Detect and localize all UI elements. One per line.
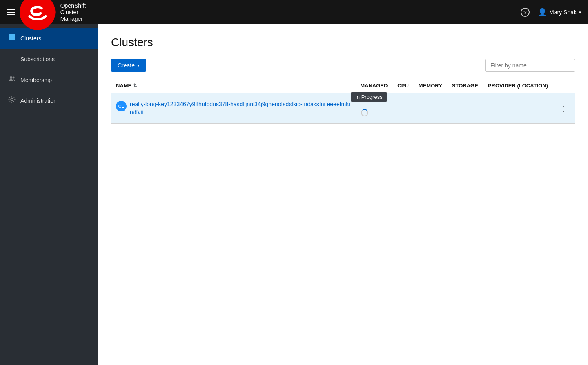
app-body: Clusters Subscriptions Memb [0, 24, 588, 365]
create-caret-icon: ▾ [137, 63, 140, 68]
col-header-name: NAME ⇅ [111, 78, 355, 93]
hamburger-menu[interactable] [7, 9, 15, 15]
cluster-name-link[interactable]: really-long-key1233467y98hufbdns378-hasd… [130, 100, 350, 116]
svg-rect-3 [9, 38, 15, 40]
svg-point-7 [10, 76, 12, 79]
user-name-label: Mary Shak [549, 9, 577, 16]
create-button-label: Create [118, 62, 135, 69]
sidebar-item-clusters[interactable]: Clusters [0, 28, 98, 49]
topnav-right: ? 👤 Mary Shak ▾ [521, 8, 581, 17]
table-row: CL really-long-key1233467y98hufbdns378-h… [111, 93, 575, 124]
main-content: Clusters Create ▾ NAME ⇅ MANAGED [98, 24, 588, 365]
cell-status: In Progress [355, 93, 392, 124]
question-mark-icon: ? [523, 9, 527, 16]
cell-storage: -- [483, 93, 553, 124]
table-body: CL really-long-key1233467y98hufbdns378-h… [111, 93, 575, 124]
topnav: OpenShift Cluster Manager ? 👤 Mary Shak … [0, 0, 588, 24]
redhat-logo-icon [20, 0, 56, 30]
cell-cpu: -- [414, 93, 447, 124]
col-header-storage: STORAGE [447, 78, 483, 93]
cell-actions: ⋮ [553, 93, 575, 124]
cell-memory: -- [447, 93, 483, 124]
create-button[interactable]: Create ▾ [111, 59, 146, 72]
in-progress-tooltip: In Progress [351, 92, 386, 102]
svg-rect-4 [9, 56, 15, 56]
col-header-memory: MEMORY [414, 78, 447, 93]
toolbar: Create ▾ [111, 59, 575, 72]
clusters-icon [8, 33, 16, 43]
subscriptions-icon [8, 54, 16, 64]
sort-icon[interactable]: ⇅ [133, 83, 137, 89]
svg-point-8 [13, 77, 15, 79]
col-header-provider: PROVIDER (LOCATION) [483, 78, 553, 93]
spinner-ring-icon [361, 109, 368, 116]
svg-point-9 [11, 98, 13, 101]
sidebar-item-label-membership: Membership [20, 77, 52, 83]
membership-icon [8, 75, 16, 85]
sidebar-item-administration[interactable]: Administration [0, 90, 98, 111]
sidebar: Clusters Subscriptions Memb [0, 24, 98, 365]
table-header: NAME ⇅ MANAGED CPU MEMORY STORAGE PROVID… [111, 78, 575, 93]
col-header-cpu: CPU [392, 78, 413, 93]
administration-icon [8, 96, 16, 105]
clusters-table: NAME ⇅ MANAGED CPU MEMORY STORAGE PROVID… [111, 78, 575, 124]
sidebar-item-label-clusters: Clusters [20, 35, 41, 42]
help-button[interactable]: ? [521, 8, 530, 17]
spinner [361, 109, 368, 118]
filter-input[interactable] [485, 59, 575, 72]
page-title: Clusters [111, 36, 575, 49]
app-name-label: OpenShift Cluster Manager [60, 2, 94, 22]
user-avatar-icon: 👤 [538, 8, 547, 17]
chevron-down-icon: ▾ [579, 10, 581, 15]
col-header-actions [553, 78, 575, 93]
svg-rect-1 [9, 34, 15, 36]
cluster-badge: CL [116, 101, 127, 111]
col-header-managed: MANAGED [355, 78, 392, 93]
sidebar-item-subscriptions[interactable]: Subscriptions [0, 49, 98, 69]
cell-name: CL really-long-key1233467y98hufbdns378-h… [111, 93, 355, 124]
cell-managed: -- [392, 93, 413, 124]
row-more-options-button[interactable]: ⋮ [558, 102, 570, 115]
sidebar-item-label-administration: Administration [20, 98, 57, 104]
brand-logo: OpenShift Cluster Manager [20, 0, 94, 30]
svg-rect-6 [9, 60, 15, 60]
svg-rect-5 [9, 58, 15, 58]
user-menu[interactable]: 👤 Mary Shak ▾ [538, 8, 581, 17]
svg-rect-2 [9, 36, 15, 38]
sidebar-item-label-subscriptions: Subscriptions [20, 56, 55, 62]
sidebar-item-membership[interactable]: Membership [0, 69, 98, 90]
